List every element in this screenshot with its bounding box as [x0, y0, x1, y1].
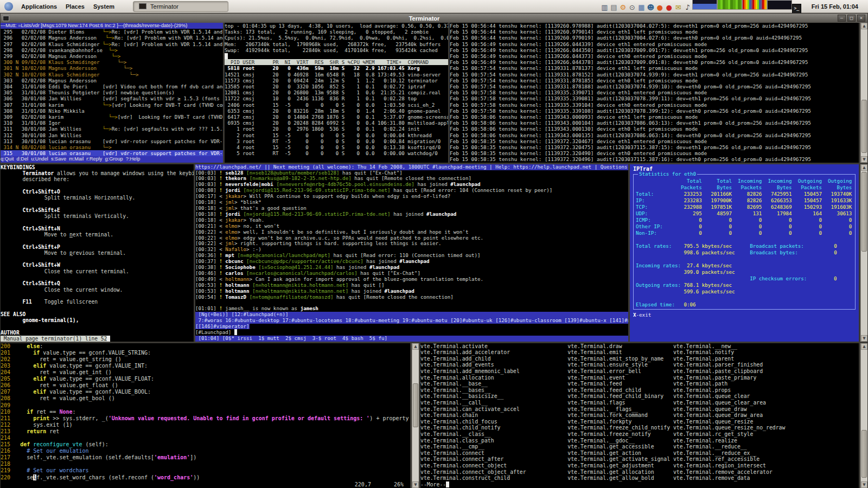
pane-mutt[interactable]: ---Mutt: =Lists/vdr [Msgs:1079 New:174 P… — [1, 23, 223, 163]
kernel-log-scrollbar[interactable]: ▲ ▼ — [860, 23, 867, 163]
mutt-help-bar: q:Quit d:Del u:Undel s:Save m:Mail r:Rep… — [1, 156, 223, 162]
window-list-label: Terminator — [150, 3, 178, 10]
top-output: top - 01:04:35 up 13 days, 4:38, 10 user… — [225, 23, 448, 156]
python-help-scrollbar[interactable]: ▲ ▼ — [860, 343, 867, 488]
pane-irssi[interactable]: https://launchpad.net/ || Next meeting (… — [195, 164, 628, 342]
menu-applications[interactable]: Applications — [17, 2, 61, 11]
vim-statusline: 220,7 26% — [1, 481, 410, 488]
scroll-down-icon[interactable]: ▼ — [861, 481, 867, 488]
mutt-status-bar: ---Mutt: =Lists/vdr [Msgs:1079 New:174 P… — [1, 23, 223, 29]
volume-icon[interactable]: ♪ — [683, 3, 692, 12]
close-button[interactable]: × — [857, 15, 865, 22]
pane-code-editor[interactable]: 200 else:201 if value.type == gconf.VALU… — [1, 343, 410, 488]
memory-load-graph[interactable] — [717, 0, 742, 10]
display-icon[interactable]: ▤ — [609, 3, 618, 12]
scroll-up-icon[interactable]: ▲ — [861, 23, 867, 29]
titlebar[interactable]: Terminator – □ × — [1, 14, 867, 23]
scroll-down-icon[interactable]: ▼ — [861, 156, 867, 163]
scroll-up-icon[interactable]: ▲ — [412, 343, 419, 350]
network-load-graph[interactable] — [742, 0, 767, 10]
scrollbar-thumb[interactable] — [861, 430, 867, 478]
screen-session-icon[interactable]: ▦ — [637, 3, 646, 12]
pane-top-process-monitor[interactable]: top - 01:04:35 up 13 days, 4:38, 10 user… — [225, 23, 448, 163]
pane-kernel-log[interactable]: Feb 15 00:56:44 tenshu kernel: [1139260.… — [450, 23, 859, 163]
pane-python-help[interactable]: vte.Terminal.activate vte.Terminal.draw … — [420, 343, 859, 488]
iptraf-stats-box: Statistics for eth0 Total Total Incoming… — [633, 174, 856, 310]
irssi-chat: https://launchpad.net/ || Next meeting (… — [195, 164, 628, 342]
gnome-panel: Applications Places System Terminator ▥▤… — [0, 0, 868, 13]
scroll-up-icon[interactable]: ▲ — [861, 164, 867, 171]
scrollbar-thumb[interactable] — [413, 383, 418, 427]
iptraf-stats: Total Total Incoming Incoming Outgoing O… — [636, 178, 853, 308]
update-icon[interactable]: ● — [655, 3, 665, 12]
pane-manpage[interactable]: KEYBINDINGS Terminator allows you to man… — [1, 164, 194, 342]
alert-icon[interactable]: ● — [665, 3, 674, 12]
chat-icon[interactable]: ☻ — [646, 3, 655, 12]
kernel-log-output: Feb 15 00:56:44 tenshu kernel: [1139260.… — [450, 23, 859, 163]
scroll-down-icon[interactable]: ▼ — [861, 335, 867, 342]
gear-icon[interactable]: ⚙ — [618, 3, 628, 12]
manpage-text: KEYBINDINGS Terminator allows you to man… — [1, 164, 194, 342]
minimize-button[interactable]: – — [838, 15, 846, 22]
iptraf-scrollbar[interactable]: ▲ ▼ — [860, 164, 867, 342]
code-scrollbar[interactable]: ▲ ▼ — [412, 343, 419, 488]
terminal-tray-icon[interactable]: >_ — [792, 4, 801, 14]
scroll-down-icon[interactable]: ▼ — [412, 481, 419, 488]
desktop: Applications Places System Terminator ▥▤… — [0, 0, 868, 488]
iptraf-box-title: Statistics for eth0 — [638, 171, 697, 177]
iptraf-exit-hint: X-exit — [633, 312, 857, 318]
terminator-window: Terminator – □ × ---Mutt: =Lists/vdr [Ms… — [0, 13, 868, 488]
python-help-listing: vte.Terminal.activate vte.Terminal.draw … — [420, 343, 859, 488]
menu-system[interactable]: System — [89, 2, 119, 11]
gnome-main-menu-icon[interactable] — [4, 2, 13, 11]
mutt-message-index: 295 02/02/08 Dieter Bloms └─>Re: [vdr] P… — [1, 29, 223, 156]
scrollbar-thumb[interactable] — [861, 172, 867, 252]
note-icon[interactable]: ✉ — [674, 3, 683, 12]
window-title: Terminator — [12, 15, 836, 22]
terminal-icon — [139, 3, 146, 9]
menu-places[interactable]: Places — [61, 2, 89, 11]
terminal-grid: ---Mutt: =Lists/vdr [Msgs:1079 New:174 P… — [1, 23, 867, 487]
scrollbar-thumb[interactable] — [861, 100, 867, 153]
network-monitor-icon[interactable]: ▥ — [600, 3, 609, 12]
cpu-load-graph[interactable] — [692, 0, 717, 10]
swap-load-graph[interactable] — [767, 0, 792, 10]
vim-scroll-percent: 26% — [394, 481, 404, 488]
search-icon[interactable]: ⊙ — [628, 3, 637, 12]
scroll-up-icon[interactable]: ▲ — [861, 343, 867, 350]
maximize-button[interactable]: □ — [847, 15, 856, 22]
window-list-terminator-button[interactable]: Terminator — [133, 1, 228, 12]
pane-iptraf[interactable]: IPTraf Statistics for eth0 Total Total I… — [630, 164, 859, 342]
clock[interactable]: Fri 15 Feb, 01:04 — [804, 3, 865, 10]
window-icon — [3, 16, 9, 21]
vim-code: 200 else:201 if value.type == gconf.VALU… — [1, 343, 410, 481]
vim-ruler: 220,7 — [355, 481, 371, 488]
notification-area: ▥▤⚙⊙▦☻●●✉♪>_ Fri 15 Feb, 01:04 — [600, 0, 865, 14]
